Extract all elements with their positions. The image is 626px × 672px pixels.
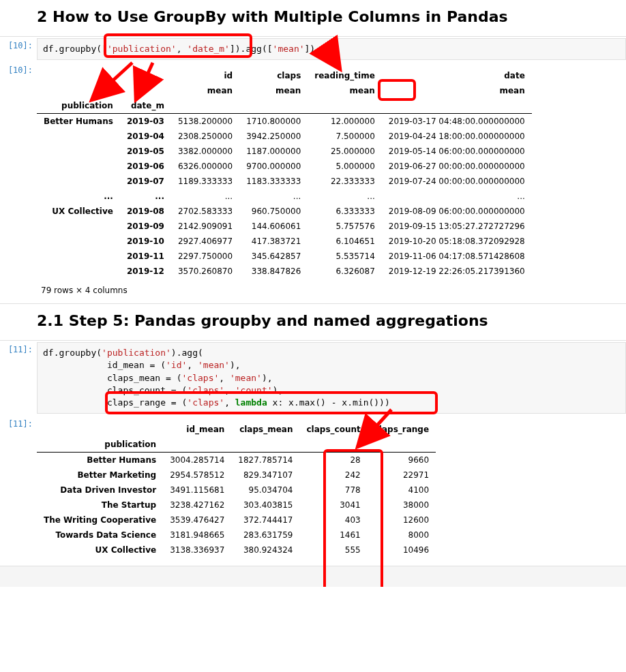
code-cell-10[interactable]: df.groupby(['publication', 'date_m']).ag… bbox=[37, 38, 626, 60]
table-row: 2019-066326.0000009700.0000005.000000201… bbox=[37, 159, 532, 174]
table-row: 2019-042308.2500003942.2500007.500000201… bbox=[37, 129, 532, 144]
table-row: 2019-112297.750000345.6428575.5357142019… bbox=[37, 249, 532, 264]
prompt-empty bbox=[0, 1, 37, 35]
col-claps-range: claps_range bbox=[368, 422, 436, 437]
section-2-heading: 2 How to Use GroupBy with Multiple Colum… bbox=[37, 8, 626, 25]
output-table-10: id claps reading_time date mean mean mea… bbox=[37, 68, 532, 279]
table-row: 2019-102927.406977417.3837216.1046512019… bbox=[37, 234, 532, 249]
col-claps-mean: claps_mean bbox=[231, 422, 299, 437]
col-id: id bbox=[171, 68, 239, 83]
table-row: UX Collective2019-082702.583333960.75000… bbox=[37, 204, 532, 219]
out-prompt-10: [10]: bbox=[0, 63, 37, 302]
in-prompt-11: [11]: bbox=[0, 342, 37, 414]
table-row: The Writing Cooperative3539.476427372.74… bbox=[37, 513, 436, 528]
output-table-11: id_mean claps_mean claps_count claps_ran… bbox=[37, 422, 436, 558]
table-row: Better Marketing2954.578512829.347107242… bbox=[37, 468, 436, 483]
idx-publication: publication bbox=[37, 98, 120, 114]
table-row: 2019-123570.260870338.8478266.3260872019… bbox=[37, 264, 532, 279]
table-row: 2019-053382.0000001187.00000025.00000020… bbox=[37, 144, 532, 159]
table-row: .................. bbox=[37, 189, 532, 204]
code-cell-11[interactable]: df.groupby('publication').agg( id_mean =… bbox=[37, 342, 626, 414]
table-row: The Startup3238.427162303.40381530413800… bbox=[37, 498, 436, 513]
prompt-empty-2 bbox=[0, 305, 37, 339]
col-claps-count: claps_count bbox=[299, 422, 367, 437]
table-caption-10: 79 rows × 4 columns bbox=[41, 286, 626, 295]
idx-date-m: date_m bbox=[120, 98, 171, 114]
table-row: Towards Data Science3181.948665283.63175… bbox=[37, 528, 436, 543]
table-row: 2019-071189.3333331183.33333322.33333320… bbox=[37, 174, 532, 189]
table-row: Better Humans2019-035138.2000001710.8000… bbox=[37, 114, 532, 129]
out-prompt-11: [11]: bbox=[0, 416, 37, 558]
table-row: Better Humans3004.2857141827.78571428966… bbox=[37, 453, 436, 468]
table-row: Data Driven Investor3491.11568195.034704… bbox=[37, 483, 436, 498]
col-claps: claps bbox=[239, 68, 308, 83]
col-date: date bbox=[382, 68, 532, 83]
section-21-heading: 2.1 Step 5: Pandas groupby and named agg… bbox=[37, 312, 626, 329]
table-row: UX Collective3138.336937380.924324555104… bbox=[37, 543, 436, 558]
col-id-mean: id_mean bbox=[163, 422, 231, 437]
in-prompt-10: [10]: bbox=[0, 38, 37, 60]
col-rt: reading_time bbox=[308, 68, 381, 83]
table-row: 2019-092142.909091144.6060615.7575762019… bbox=[37, 219, 532, 234]
footer-strip bbox=[0, 566, 626, 587]
idx-publication-2: publication bbox=[37, 437, 163, 453]
